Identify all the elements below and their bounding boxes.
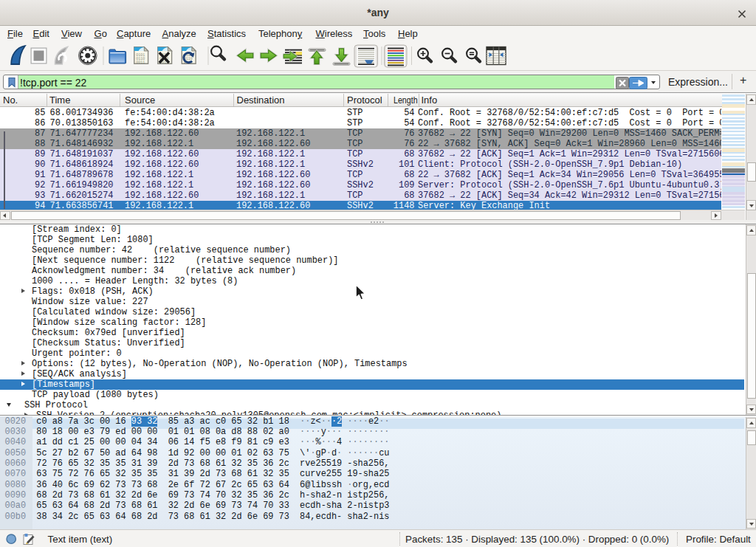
svg-text:0011: 0011: [136, 61, 145, 65]
